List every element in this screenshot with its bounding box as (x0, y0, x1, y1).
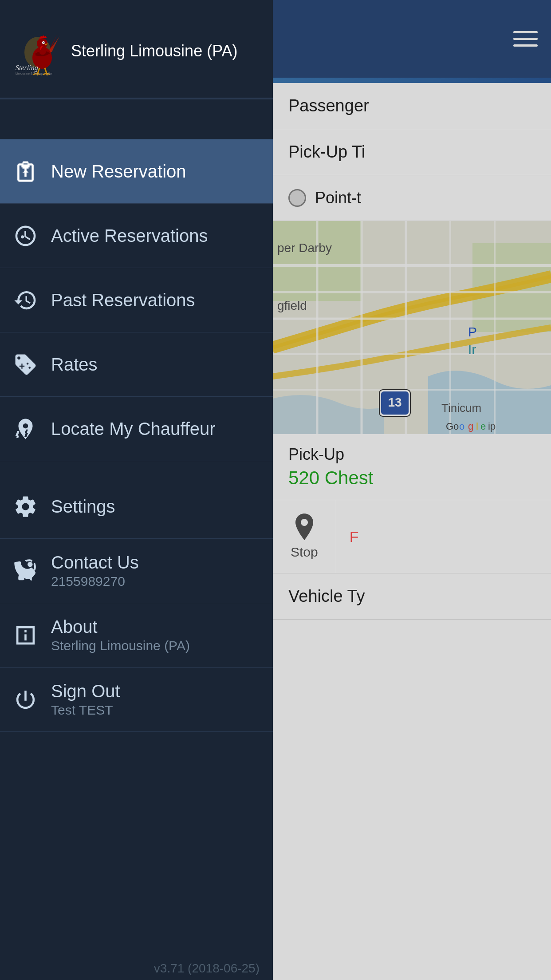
sign-out-label: Sign Out (51, 681, 120, 701)
svg-text:13: 13 (388, 395, 401, 409)
contact-us-label: Contact Us (51, 553, 139, 572)
version-text: v3.71 (2018-06-25) (0, 957, 273, 980)
sidebar: Sterling Limousine & Transportation Ster… (0, 0, 273, 980)
sign-out-content: Sign Out Test TEST (51, 681, 120, 718)
svg-text:l: l (476, 421, 478, 432)
about-sublabel: Sterling Limousine (PA) (51, 638, 190, 653)
sidebar-item-past-reservations[interactable]: Past Reservations (0, 268, 273, 332)
pickup-label: Pick-Up (288, 445, 535, 464)
passenger-field[interactable]: Passenger (273, 83, 551, 129)
svg-text:Sterling: Sterling (16, 64, 38, 72)
clock-check-icon (13, 224, 38, 248)
locate-chauffeur-label: Locate My Chauffeur (51, 419, 216, 439)
stop-right-content: F (336, 515, 551, 559)
passenger-label: Passenger (288, 96, 369, 115)
stop-button[interactable]: Stop (273, 500, 336, 573)
about-label: About (51, 617, 190, 636)
map-person-icon (13, 417, 38, 441)
svg-text:g: g (468, 421, 473, 432)
vehicle-type-field[interactable]: Vehicle Ty (273, 573, 551, 620)
pickup-address: 520 Chest (288, 467, 535, 489)
svg-point-5 (43, 42, 45, 43)
point-to-point-label: Point-t (315, 189, 361, 207)
sidebar-header: Sterling Limousine & Transportation Ster… (0, 0, 273, 98)
stop-label: Stop (291, 545, 318, 560)
stop-row: Stop F (273, 500, 551, 573)
svg-text:ip: ip (488, 421, 496, 432)
pickup-section: Pick-Up 520 Chest (273, 434, 551, 500)
radio-circle (288, 189, 306, 207)
info-square-icon (13, 623, 38, 648)
svg-text:Limousine & Transportation: Limousine & Transportation (16, 72, 53, 75)
sidebar-item-new-reservation[interactable]: New Reservation (0, 139, 273, 204)
company-name: Sterling Limousine (PA) (71, 41, 238, 60)
right-content: Passenger Pick-Up Ti Point-t (273, 83, 551, 980)
svg-text:Tinicum: Tinicum (441, 401, 481, 415)
map-area[interactable]: 13 per Darby gfield Tinicum P Ir Go o g … (273, 221, 551, 434)
logo-container: Sterling Limousine & Transportation Ster… (13, 27, 238, 75)
stop-flag-label: F (350, 528, 359, 545)
svg-text:gfield: gfield (277, 299, 307, 312)
contact-us-content: Contact Us 2155989270 (51, 553, 139, 589)
sidebar-item-sign-out[interactable]: Sign Out Test TEST (0, 668, 273, 732)
rates-label: Rates (51, 355, 98, 374)
past-reservations-label: Past Reservations (51, 290, 195, 310)
right-topbar (273, 0, 551, 78)
user-section (0, 99, 273, 139)
phone-wave-icon (13, 559, 38, 583)
sidebar-item-contact-us[interactable]: Contact Us 2155989270 (0, 539, 273, 603)
stop-pin-icon (293, 514, 315, 540)
sidebar-item-locate-chauffeur[interactable]: Locate My Chauffeur (0, 397, 273, 461)
svg-text:P: P (468, 324, 477, 339)
new-reservation-label: New Reservation (51, 162, 186, 181)
progress-bar (273, 78, 551, 83)
tag-dollar-icon (13, 352, 38, 377)
point-to-point-option[interactable]: Point-t (273, 175, 551, 221)
vehicle-type-label: Vehicle Ty (288, 587, 365, 605)
power-icon (13, 688, 38, 712)
hamburger-button[interactable] (513, 31, 538, 47)
sterling-logo: Sterling Limousine & Transportation (13, 27, 62, 75)
svg-text:per Darby: per Darby (277, 241, 332, 255)
hamburger-line-2 (513, 38, 538, 40)
hamburger-line-1 (513, 31, 538, 33)
contact-us-phone: 2155989270 (51, 574, 139, 589)
settings-label: Settings (51, 497, 115, 516)
sidebar-item-settings[interactable]: Settings (0, 474, 273, 539)
sidebar-item-about[interactable]: About Sterling Limousine (PA) (0, 603, 273, 668)
svg-point-37 (301, 519, 308, 526)
pickup-time-label: Pick-Up Ti (288, 142, 365, 161)
svg-text:Go: Go (446, 421, 459, 432)
pickup-time-field[interactable]: Pick-Up Ti (273, 129, 551, 175)
about-content: About Sterling Limousine (PA) (51, 617, 190, 653)
sign-out-user: Test TEST (51, 703, 120, 718)
sidebar-item-active-reservations[interactable]: Active Reservations (0, 204, 273, 268)
sidebar-item-rates[interactable]: Rates (0, 332, 273, 397)
active-reservations-label: Active Reservations (51, 226, 208, 245)
svg-text:o: o (459, 421, 464, 432)
svg-text:e: e (480, 421, 486, 432)
nav-spacer (0, 461, 273, 474)
right-panel: Passenger Pick-Up Ti Point-t (273, 0, 551, 980)
hamburger-line-3 (513, 44, 538, 47)
clipboard-edit-icon (13, 159, 38, 184)
clock-history-icon (13, 288, 38, 312)
gear-icon (13, 494, 38, 519)
nav-items: New Reservation Active Reservations Past… (0, 139, 273, 957)
svg-text:Ir: Ir (468, 342, 476, 357)
map-svg: 13 per Darby gfield Tinicum P Ir Go o g … (273, 221, 551, 434)
